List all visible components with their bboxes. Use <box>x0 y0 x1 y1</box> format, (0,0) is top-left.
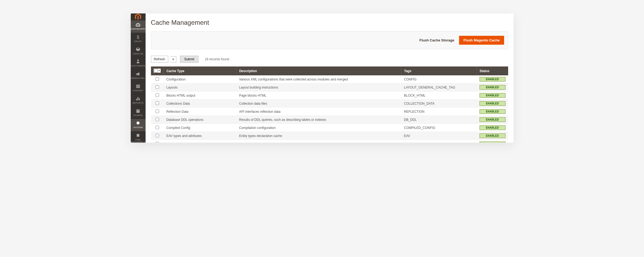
cell-cache-type: Blocks HTML output <box>164 91 236 100</box>
cell-description: Customer Notification <box>236 140 401 143</box>
row-checkbox[interactable] <box>156 110 159 113</box>
table-row: Blocks HTML outputPage blocks HTMLBLOCK_… <box>151 91 508 100</box>
sidebar-item-dashboard[interactable]: DASHBOARD <box>131 20 146 33</box>
cell-description: Page blocks HTML <box>236 91 401 100</box>
select-all-caret[interactable]: ▼ <box>158 69 160 72</box>
dollar-icon: $ <box>137 35 139 40</box>
row-checkbox[interactable] <box>156 118 159 121</box>
page-actions: Flush Cache Storage Flush Magento Cache <box>151 31 508 49</box>
status-badge: ENABLED <box>480 85 505 90</box>
table-row: Reflection DataAPI interfaces reflection… <box>151 108 508 116</box>
main-content: Cache Management Flush Cache Storage Flu… <box>146 13 514 143</box>
row-checkbox[interactable] <box>156 85 159 89</box>
sidebar-item-stores[interactable]: STORES <box>131 107 146 119</box>
sidebar-label: MARKETING <box>131 77 145 80</box>
row-checkbox[interactable] <box>156 77 159 81</box>
table-row: LayoutsLayout building instructionsLAYOU… <box>151 83 508 91</box>
cell-tags: COLLECTION_DATA <box>401 100 477 108</box>
cell-tags: EAV <box>401 132 477 140</box>
puzzle-icon <box>136 133 140 138</box>
flush-cache-storage-button[interactable]: Flush Cache Storage <box>419 38 454 42</box>
grid-toolbar: Refresh▼ Submit 16 records found <box>151 56 508 63</box>
cell-tags: DB_DDL <box>401 116 477 124</box>
flush-magento-cache-button[interactable]: Flush Magento Cache <box>459 36 504 45</box>
page-title: Cache Management <box>151 19 508 26</box>
column-header-checkbox: ▼ <box>151 66 164 75</box>
row-checkbox[interactable] <box>156 126 159 129</box>
row-checkbox[interactable] <box>156 134 159 137</box>
table-row: EAV types and attributesEntity types dec… <box>151 132 508 140</box>
mass-action-caret[interactable]: ▼ <box>170 56 177 62</box>
status-badge: ENABLED <box>480 93 505 98</box>
cell-cache-type: EAV types and attributes <box>164 132 236 140</box>
app-frame: DASHBOARD $ SALES CATALOG CUSTOMERS MARK… <box>131 13 514 143</box>
cell-tags: COMPILED_CONFIG <box>401 124 477 132</box>
sidebar-label: FIND PARTNERS & EXTENSIONS <box>131 139 146 143</box>
cell-description: Layout building instructions <box>236 83 401 91</box>
status-badge: ENABLED <box>480 133 505 138</box>
cell-cache-type: Configuration <box>164 75 236 83</box>
sidebar-label: STORES <box>133 114 143 117</box>
cell-description: Entity types declaration cache <box>236 132 401 140</box>
row-checkbox[interactable] <box>156 101 159 105</box>
cell-cache-type: Layouts <box>164 83 236 91</box>
megaphone-icon <box>136 72 140 77</box>
svg-rect-1 <box>136 99 137 100</box>
svg-rect-2 <box>137 97 138 100</box>
submit-button[interactable]: Submit <box>180 56 198 63</box>
status-badge: ENABLED <box>480 109 505 114</box>
sidebar-item-reports[interactable]: REPORTS <box>131 94 146 107</box>
sidebar-item-marketing[interactable]: MARKETING <box>131 70 146 82</box>
sidebar-label: DASHBOARD <box>131 28 145 30</box>
cell-description: Various XML configurations that were col… <box>236 75 401 83</box>
cell-tags: CUSTOMER_NOTIFICATION <box>401 140 477 143</box>
magento-logo[interactable] <box>131 13 146 20</box>
cell-cache-type: Customer Notification <box>164 140 236 143</box>
cell-description: Results of DDL queries, such as describi… <box>236 116 401 124</box>
column-header-tags[interactable]: Tags <box>401 66 477 75</box>
table-row: Compiled ConfigCompilation configuration… <box>151 124 508 132</box>
table-row: Collections DataCollection data filesCOL… <box>151 100 508 108</box>
layers-icon <box>136 84 140 89</box>
sidebar-item-sales[interactable]: $ SALES <box>131 33 146 45</box>
column-header-cache-type[interactable]: Cache Type <box>164 66 236 75</box>
table-row: ConfigurationVarious XML configurations … <box>151 75 508 83</box>
column-header-status[interactable]: Status <box>477 66 508 75</box>
row-checkbox[interactable] <box>156 93 159 97</box>
cache-grid: ▼ Cache Type Description Tags Status Con… <box>151 66 508 143</box>
sidebar-label: CONTENT <box>133 90 144 92</box>
svg-rect-4 <box>137 134 139 137</box>
cell-description: API interfaces reflection data <box>236 108 401 116</box>
sidebar-item-catalog[interactable]: CATALOG <box>131 45 146 58</box>
bars-icon <box>136 97 140 101</box>
status-badge: ENABLED <box>480 117 505 122</box>
dashboard-icon <box>136 23 140 27</box>
cell-description: Collection data files <box>236 100 401 108</box>
status-badge: ENABLED <box>480 142 505 143</box>
sidebar-item-content[interactable]: CONTENT <box>131 82 146 94</box>
mass-action-select[interactable]: Refresh <box>151 56 168 63</box>
sidebar-item-customers[interactable]: CUSTOMERS <box>131 57 146 70</box>
sidebar-label: REPORTS <box>133 102 144 104</box>
column-header-description[interactable]: Description <box>236 66 401 75</box>
cell-tags: LAYOUT_GENERAL_CACHE_TAG <box>401 83 477 91</box>
sidebar-item-partners[interactable]: FIND PARTNERS & EXTENSIONS <box>131 131 146 143</box>
cell-description: Compilation configuration <box>236 124 401 132</box>
sidebar-label: CATALOG <box>133 53 143 55</box>
cell-tags: CONFIG <box>401 75 477 83</box>
table-row: Customer NotificationCustomer Notificati… <box>151 140 508 143</box>
sidebar-item-system[interactable]: SYSTEM <box>131 119 146 131</box>
svg-rect-3 <box>139 98 140 100</box>
row-checkbox[interactable] <box>156 142 159 143</box>
cube-icon <box>136 47 140 52</box>
svg-point-0 <box>137 59 139 61</box>
select-all-checkbox[interactable] <box>154 69 158 72</box>
admin-sidebar: DASHBOARD $ SALES CATALOG CUSTOMERS MARK… <box>131 13 146 143</box>
sidebar-label: SALES <box>134 40 142 43</box>
sidebar-label: SYSTEM <box>133 126 143 129</box>
store-icon <box>136 109 140 114</box>
cell-cache-type: Compiled Config <box>164 124 236 132</box>
sidebar-label: CUSTOMERS <box>131 65 145 67</box>
status-badge: ENABLED <box>480 77 505 82</box>
cell-cache-type: Reflection Data <box>164 108 236 116</box>
